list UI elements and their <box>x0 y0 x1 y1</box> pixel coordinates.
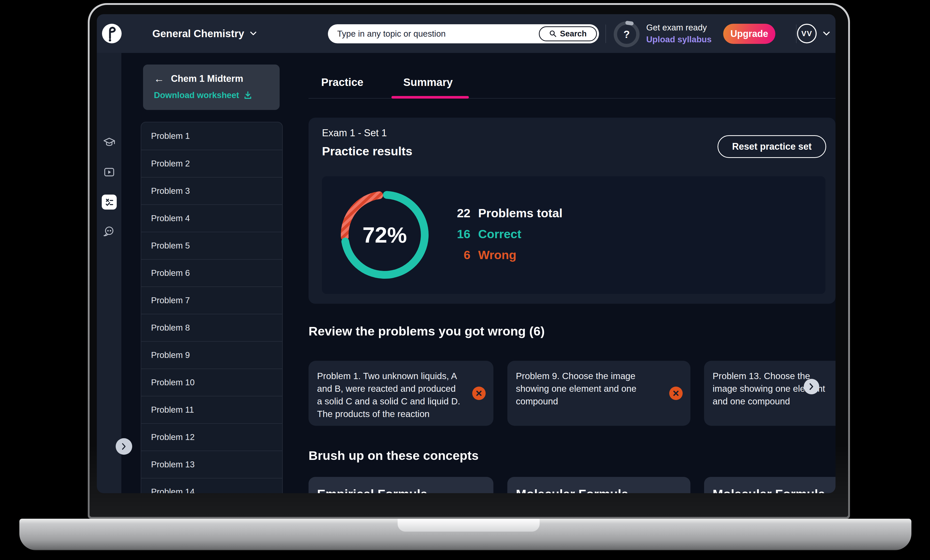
course-switcher[interactable]: General Chemistry <box>152 14 257 53</box>
concepts-heading: Brush up on these concepts <box>308 448 479 463</box>
tab-practice[interactable]: Practice <box>321 76 363 89</box>
stat-total: 22 Problems total <box>439 207 562 219</box>
video-player-icon <box>102 165 116 179</box>
problem-label: Problem 14 <box>151 487 195 493</box>
score-stats: 22 Problems total 16 Correct 6 Wrong <box>439 207 562 269</box>
top-bar: General Chemistry Search ? <box>97 14 836 53</box>
carousel-next-button[interactable] <box>804 379 819 394</box>
avatar[interactable]: VV <box>797 24 817 43</box>
active-tab-underline <box>391 96 469 98</box>
stat-correct-label: Correct <box>478 227 521 241</box>
wrong-problem-card[interactable]: Problem 1. Two unknown liquids, A and B,… <box>308 361 493 426</box>
upload-syllabus-link[interactable]: Upload syllabus <box>646 35 711 45</box>
problem-list-item[interactable]: Problem 11 <box>141 396 282 423</box>
practice-results-card: Exam 1 - Set 1 Practice results Reset pr… <box>308 118 836 304</box>
laptop-screen-frame: General Chemistry Search ? <box>88 3 850 519</box>
problem-list-item[interactable]: Problem 8 <box>141 314 282 341</box>
results-title: Practice results <box>322 144 412 158</box>
exam-ready-block: Get exam ready Upload syllabus <box>646 14 711 53</box>
practice-checklist-icon <box>103 195 115 209</box>
problem-label: Problem 3 <box>151 186 190 196</box>
concept-title: Molecular Formula <box>713 487 825 493</box>
wrong-problem-card[interactable]: Problem 9. Choose the image showing one … <box>507 361 690 426</box>
laptop-base <box>19 519 912 550</box>
x-icon <box>673 390 679 397</box>
back-arrow-icon[interactable]: ← <box>154 74 164 84</box>
stat-wrong-value: 6 <box>439 248 470 262</box>
download-worksheet-label: Download worksheet <box>154 90 239 100</box>
problem-list-item[interactable]: Problem 1 <box>141 122 282 150</box>
problem-list-item[interactable]: Problem 7 <box>141 286 282 314</box>
x-icon <box>476 390 482 397</box>
worksheet-header-card: ← Chem 1 Midterm Download worksheet <box>143 65 280 110</box>
sidebar-item-courses[interactable] <box>102 135 116 149</box>
course-title: General Chemistry <box>152 28 244 40</box>
stat-correct-value: 16 <box>439 227 470 241</box>
pearson-logo-icon[interactable] <box>102 24 122 43</box>
wrong-badge <box>669 386 683 400</box>
tab-divider <box>308 98 836 98</box>
chevron-right-icon <box>122 443 126 450</box>
problem-label: Problem 6 <box>151 268 190 278</box>
divider <box>605 25 606 43</box>
problem-label: Problem 1 <box>151 131 190 141</box>
problem-label: Problem 10 <box>151 378 195 387</box>
problem-label: Problem 4 <box>151 214 190 223</box>
wrong-problem-card[interactable]: Problem 13. Choose the image showing one… <box>704 361 836 426</box>
search-input[interactable] <box>337 29 539 39</box>
stat-correct: 16 Correct <box>439 228 562 240</box>
search-button[interactable]: Search <box>539 26 597 41</box>
concept-card[interactable]: Empirical Formula <box>308 477 493 493</box>
problem-list-item[interactable]: Problem 12 <box>141 423 282 451</box>
tab-summary[interactable]: Summary <box>403 76 453 89</box>
problem-list: Problem 1 Problem 2 Problem 3 Problem 4 … <box>141 122 283 493</box>
upgrade-button[interactable]: Upgrade <box>723 24 775 44</box>
wrong-problem-text: Problem 1. Two unknown liquids, A and B,… <box>317 369 462 420</box>
sidebar-item-practice[interactable] <box>102 195 117 209</box>
search-icon <box>549 30 557 38</box>
problem-label: Problem 11 <box>151 405 194 415</box>
background: General Chemistry Search ? <box>0 0 930 560</box>
account-menu-chevron[interactable] <box>823 31 830 37</box>
avatar-initials: VV <box>801 29 813 38</box>
wrong-badge <box>472 386 486 400</box>
wrong-problem-text: Problem 9. Choose the image showing one … <box>516 369 640 408</box>
problem-list-item[interactable]: Problem 13 <box>141 451 282 478</box>
stat-wrong-label: Wrong <box>478 248 516 262</box>
problem-list-item[interactable]: Problem 4 <box>141 205 282 232</box>
download-worksheet-link[interactable]: Download worksheet <box>154 90 280 100</box>
problem-list-item[interactable]: Problem 10 <box>141 369 282 396</box>
problem-list-item[interactable]: Problem 3 <box>141 177 282 205</box>
stat-total-value: 22 <box>439 206 470 220</box>
problem-list-item[interactable]: Problem 2 <box>141 150 282 177</box>
screen-bezel: General Chemistry Search ? <box>89 5 848 517</box>
sidebar-item-videos[interactable] <box>102 165 116 179</box>
graduation-cap-icon <box>102 135 116 149</box>
problem-label: Problem 2 <box>151 159 190 169</box>
search-bar[interactable]: Search <box>328 24 599 43</box>
problem-list-item[interactable]: Problem 5 <box>141 232 282 259</box>
chevron-down-icon <box>823 31 830 36</box>
sidebar-expand-button[interactable] <box>115 438 132 455</box>
problem-list-item[interactable]: Problem 9 <box>141 341 282 369</box>
problem-label: Problem 13 <box>151 460 195 469</box>
divider <box>796 25 796 43</box>
score-chart-card: 72% 22 Problems total 16 Correct <box>322 176 825 294</box>
concept-card[interactable]: Molecular Formula <box>704 477 836 493</box>
download-icon <box>243 91 253 100</box>
ring-progress-tick <box>625 21 634 26</box>
reset-practice-set-button[interactable]: Reset practice set <box>718 135 826 158</box>
problem-label: Problem 5 <box>151 241 190 251</box>
sidebar-item-feedback[interactable] <box>102 225 116 238</box>
stat-total-label: Problems total <box>478 206 562 220</box>
worksheet-title: Chem 1 Midterm <box>171 73 243 84</box>
chevron-right-icon <box>809 383 814 390</box>
problem-list-item[interactable]: Problem 6 <box>141 259 282 286</box>
help-progress-ring[interactable]: ? <box>614 22 639 47</box>
problem-list-item[interactable]: Problem 14 <box>141 478 282 493</box>
concept-card[interactable]: Molecular Formula <box>507 477 690 493</box>
app-window: General Chemistry Search ? <box>97 14 836 493</box>
nav-rail <box>97 53 122 493</box>
exam-set-label: Exam 1 - Set 1 <box>322 128 387 138</box>
exam-ready-text: Get exam ready <box>646 23 711 32</box>
